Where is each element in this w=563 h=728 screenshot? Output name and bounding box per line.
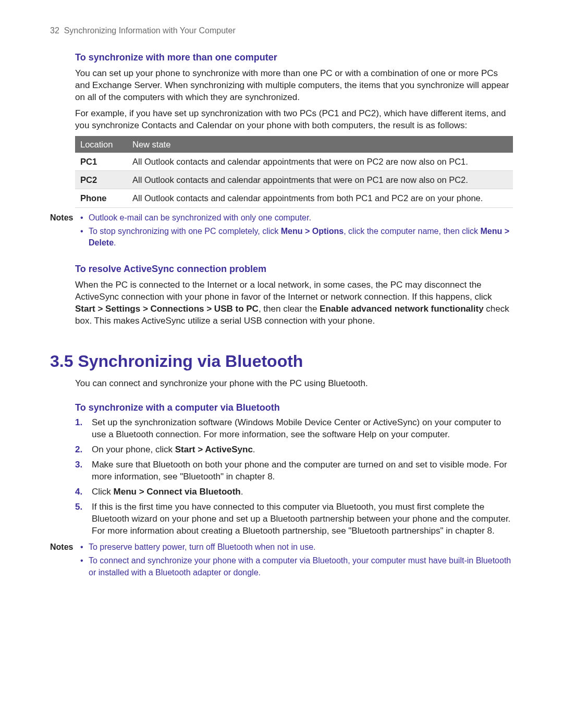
note-item: Outlook e-mail can be synchronized with …	[80, 212, 513, 224]
paragraph: When the PC is connected to the Internet…	[75, 279, 513, 327]
subheading-sync-multiple: To synchronize with more than one comput…	[75, 51, 513, 64]
table-header-location: Location	[75, 136, 127, 153]
step-item: On your phone, click Start > ActiveSync.	[75, 444, 513, 456]
paragraph: You can connect and synchronize your pho…	[75, 378, 513, 390]
note-item: To preserve battery power, turn off Blue…	[80, 541, 513, 553]
running-header: 32 Synchronizing Information with Your C…	[50, 25, 513, 36]
sync-result-table: Location New state PC1 All Outlook conta…	[75, 136, 513, 208]
notes-block: Notes Outlook e-mail can be synchronized…	[50, 212, 513, 251]
section-heading-3-5: 3.5 Synchronizing via Bluetooth	[50, 350, 513, 373]
steps-list: Set up the synchronization software (Win…	[75, 417, 513, 537]
note-item: To connect and synchronize your phone wi…	[80, 555, 513, 578]
table-row: PC1 All Outlook contacts and calendar ap…	[75, 153, 513, 171]
subheading-sync-bluetooth: To synchronize with a computer via Bluet…	[75, 401, 513, 414]
table-row: Phone All Outlook contacts and calendar …	[75, 189, 513, 207]
notes-block: Notes To preserve battery power, turn of…	[50, 541, 513, 581]
notes-label: Notes	[50, 212, 80, 251]
chapter-title: Synchronizing Information with Your Comp…	[64, 26, 236, 35]
step-item: If this is the first time you have conne…	[75, 501, 513, 537]
table-header-newstate: New state	[127, 136, 513, 153]
notes-label: Notes	[50, 541, 80, 581]
paragraph: You can set up your phone to synchronize…	[75, 68, 513, 104]
body-content: You can connect and synchronize your pho…	[75, 378, 513, 581]
subheading-resolve-activesync: To resolve ActiveSync connection problem	[75, 263, 513, 275]
cell-location: Phone	[75, 189, 127, 207]
table-row: PC2 All Outlook contacts and calendar ap…	[75, 171, 513, 189]
cell-state: All Outlook contacts and calendar appoin…	[127, 171, 513, 189]
notes-list: Outlook e-mail can be synchronized with …	[80, 212, 513, 251]
paragraph: For example, if you have set up synchron…	[75, 108, 513, 132]
cell-state: All Outlook contacts and calendar appoin…	[127, 189, 513, 207]
cell-location: PC1	[75, 153, 127, 171]
body-content: To synchronize with more than one comput…	[75, 51, 513, 327]
cell-state: All Outlook contacts and calendar appoin…	[127, 153, 513, 171]
cell-location: PC2	[75, 171, 127, 189]
notes-list: To preserve battery power, turn off Blue…	[80, 541, 513, 581]
page-number: 32	[50, 26, 59, 35]
page: 32 Synchronizing Information with Your C…	[0, 0, 563, 612]
note-item: To stop synchronizing with one PC comple…	[80, 226, 513, 249]
step-item: Click Menu > Connect via Bluetooth.	[75, 486, 513, 498]
step-item: Make sure that Bluetooth on both your ph…	[75, 459, 513, 483]
step-item: Set up the synchronization software (Win…	[75, 417, 513, 441]
